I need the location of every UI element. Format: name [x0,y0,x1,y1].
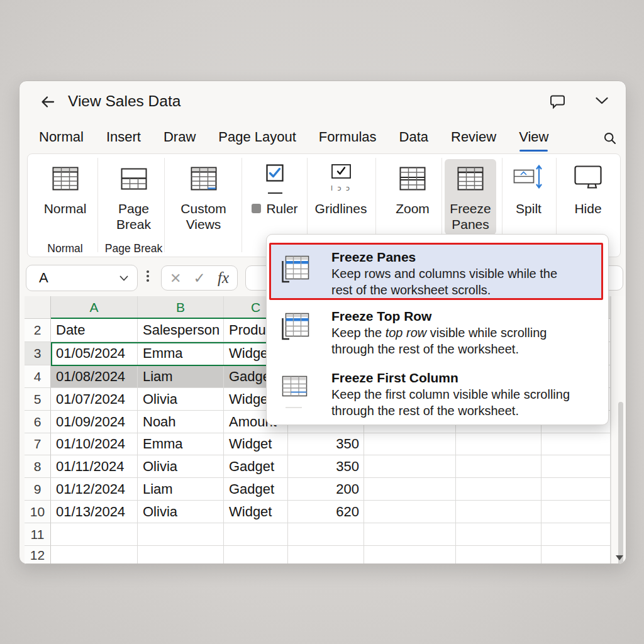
ribbon-group-label: Normal [47,242,82,255]
row-header-3[interactable]: 3 [25,342,51,365]
cell[interactable] [364,455,456,478]
cell[interactable] [541,546,611,564]
scrollbar-down-arrow[interactable] [616,555,623,560]
cell[interactable]: 350 [288,433,364,455]
cell[interactable] [456,478,541,501]
tab-data[interactable]: Data [399,129,428,152]
formula-bar-options-icon[interactable] [147,270,149,282]
cell[interactable] [541,455,611,478]
ribbon-button-ruler[interactable]: Ruler [243,154,306,240]
cell[interactable] [364,478,456,501]
cell[interactable] [456,433,541,455]
ribbon-button-gridlines[interactable]: l ɔ ɔGridlines [306,154,375,240]
cell[interactable]: Widget [224,433,288,455]
ribbon-button-hide[interactable]: Hide [560,154,616,240]
cell[interactable]: 200 [288,478,364,501]
cell[interactable] [456,501,541,523]
tab-formulas[interactable]: Formulas [319,129,377,152]
row-header-7[interactable]: 7 [25,433,51,455]
select-all-corner[interactable] [25,296,51,319]
column-header-A[interactable]: A [51,296,138,319]
menu-item-freeze-panes[interactable]: Freeze PanesKeep rows and columns visibl… [269,243,603,300]
column-header-B[interactable]: B [138,296,224,319]
cell[interactable]: Gadget [224,455,288,478]
tab-page-layout[interactable]: Page Layout [218,129,296,152]
search-icon[interactable] [604,132,616,145]
row-header-8[interactable]: 8 [25,455,51,478]
chevron-down-icon[interactable] [595,96,609,106]
cell[interactable]: Liam [138,478,224,501]
tab-view[interactable]: View [519,129,548,152]
cell[interactable] [224,523,288,546]
cell[interactable]: 01/13/2024 [51,501,138,523]
cell[interactable] [51,546,138,564]
row-header-4[interactable]: 4 [25,365,51,388]
cell[interactable] [138,546,224,564]
cell[interactable]: 01/12/2024 [51,478,138,501]
cell[interactable]: 01/11/2024 [51,455,138,478]
vertical-scrollbar[interactable] [611,296,626,564]
cell[interactable] [288,523,364,546]
row-header-11[interactable]: 11 [25,523,51,546]
ribbon-button-freeze-panes[interactable]: FreezePanes [442,154,499,240]
tab-normal[interactable]: Normal [39,129,84,152]
cell[interactable] [224,546,288,564]
back-button[interactable] [40,94,56,110]
cell[interactable]: 01/10/2024 [51,433,138,455]
row-header-9[interactable]: 9 [25,478,51,501]
cell[interactable] [364,501,456,523]
row-header-12[interactable]: 12 [25,546,51,564]
row-header-5[interactable]: 5 [25,388,51,411]
cell[interactable] [456,546,541,564]
cell[interactable]: Olivia [138,501,224,523]
cell[interactable]: Date [51,319,138,342]
name-box[interactable]: A [26,265,138,291]
enter-icon[interactable]: ✓ [194,270,206,286]
tab-draw[interactable]: Draw [164,129,196,152]
cell[interactable] [456,523,541,546]
tab-insert[interactable]: Insert [106,129,141,152]
cell[interactable]: 01/08/2024 [51,365,138,388]
cell[interactable]: Emma [138,433,224,455]
cell[interactable] [541,523,611,546]
cancel-icon[interactable]: ✕ [170,270,181,286]
ribbon-button-custom-views[interactable]: CustomViews [170,154,236,240]
row-header-6[interactable]: 6 [25,411,51,433]
cell[interactable]: Liam [138,365,224,388]
cell[interactable] [456,455,541,478]
cell[interactable]: Olivia [138,455,224,478]
cell[interactable] [288,546,364,564]
cell[interactable] [364,523,456,546]
ribbon-button-normal[interactable]: Normal [37,154,94,240]
row-header-2[interactable]: 2 [25,319,51,342]
menu-item-freeze-top-row[interactable]: Freeze Top RowKeep the top row visible w… [271,305,602,357]
menu-item-freeze-first-column[interactable]: Freeze First ColumnKeep the first column… [271,367,602,419]
cell[interactable]: 350 [288,455,364,478]
row-header-10[interactable]: 10 [25,501,51,523]
ribbon-button-spilt[interactable]: Spilt [501,154,557,240]
cell[interactable] [138,523,224,546]
cell[interactable] [541,433,611,455]
freeze-top-row-icon [277,313,310,357]
table-pagebreak-icon [104,164,164,193]
scrollbar-thumb[interactable] [618,402,623,564]
table-custom-icon [170,164,236,193]
ribbon-button-page-break[interactable]: PageBreak [104,154,164,240]
insert-function-icon[interactable]: fx [218,269,229,287]
comment-icon[interactable] [550,94,566,111]
table-freeze-icon [442,164,499,193]
cell[interactable]: Salesperson [138,319,224,342]
cell[interactable] [51,523,138,546]
cell[interactable]: Noah [138,411,224,433]
cell[interactable]: 01/09/2024 [51,411,138,433]
cell[interactable] [541,478,611,501]
cell[interactable]: Olivia [138,388,224,411]
cell[interactable] [364,546,456,564]
cell[interactable] [364,433,456,455]
cell[interactable]: 620 [288,501,364,523]
cell[interactable] [541,501,611,523]
cell[interactable]: 01/07/2024 [51,388,138,411]
tab-review[interactable]: Review [451,129,496,152]
cell[interactable]: Gadget [224,478,288,501]
cell[interactable]: Widget [224,501,288,523]
